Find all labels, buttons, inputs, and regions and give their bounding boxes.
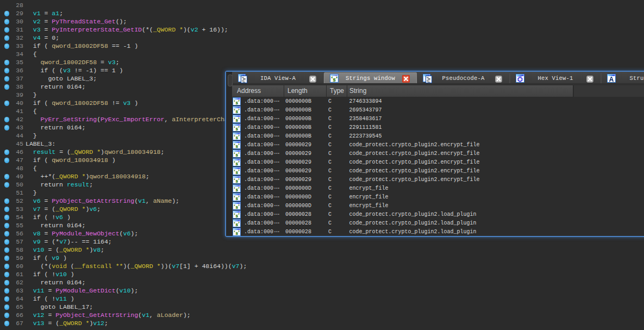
- breakpoint-icon[interactable]: [4, 84, 10, 90]
- code-line[interactable]: 30 v2 = PyThreadState_Get();: [0, 17, 644, 26]
- breakpoint-icon[interactable]: [4, 174, 10, 179]
- code-token: =: [97, 59, 108, 66]
- code-token: a1: [52, 10, 59, 17]
- breakpoint-icon[interactable]: [4, 198, 10, 204]
- code-line[interactable]: 62 return 0i64;: [0, 278, 644, 287]
- breakpoint-icon[interactable]: [4, 125, 10, 130]
- breakpoint-icon[interactable]: [4, 280, 10, 285]
- column-header-length[interactable]: Length: [284, 85, 327, 97]
- code-line[interactable]: 31 v3 = PyInterpreterState_GetID(*(_QWOR…: [0, 26, 644, 34]
- breakpoint-icon[interactable]: [4, 296, 10, 302]
- column-header-string[interactable]: String: [347, 85, 573, 97]
- tab-strings-window[interactable]: s ‘ ’ Strings window: [324, 72, 417, 83]
- breakpoint-icon[interactable]: [4, 321, 10, 326]
- line-number: 29: [0, 9, 24, 17]
- code-line[interactable]: 67 v13 = (_QWORD *)v12;: [0, 319, 644, 327]
- code-line[interactable]: 28: [0, 1, 644, 9]
- code-line[interactable]: 35 qword_18002DF58 = v3;: [0, 58, 644, 66]
- tab-hex-view-1[interactable]: Hex View-1: [510, 72, 601, 83]
- string-row[interactable]: s ‘ ’ .data:000···0000000BC2291111581: [232, 123, 644, 132]
- breakpoint-icon[interactable]: [4, 76, 10, 82]
- code-line[interactable]: 61 if ( !v10 ): [0, 270, 644, 278]
- breakpoint-icon[interactable]: [4, 247, 10, 253]
- breakpoint-icon[interactable]: [4, 101, 10, 106]
- code-line[interactable]: 58 v10 = (_QWORD *)v8;: [0, 246, 644, 254]
- breakpoint-icon[interactable]: [4, 35, 10, 41]
- breakpoint-icon[interactable]: [4, 19, 10, 24]
- breakpoint-icon[interactable]: [4, 239, 10, 245]
- string-item-icon: s ‘ ’: [233, 202, 241, 210]
- breakpoint-icon[interactable]: [4, 27, 10, 33]
- string-row[interactable]: s ‘ ’ .data:000···0000000BC2746333894: [232, 97, 644, 105]
- string-row[interactable]: s ‘ ’ .data:000···0000000BC2358483617: [232, 114, 644, 123]
- string-row[interactable]: s ‘ ’ .data:000···00000029Ccode_protect.…: [232, 158, 644, 166]
- tab-ida-view-a[interactable]: IDA View-A: [232, 72, 324, 83]
- code-line[interactable]: 59 if ( v9 ): [0, 254, 644, 262]
- code-line[interactable]: 63 v11 = PyModule_GetDict(v10);: [0, 287, 644, 295]
- string-row[interactable]: s ‘ ’ .data:000···00000028Ccode_protect.…: [232, 227, 644, 236]
- cell-length: 00000028: [284, 229, 327, 235]
- cell-length: 00000028: [284, 220, 327, 226]
- code-line[interactable]: 65 goto LABEL_17;: [0, 303, 644, 311]
- string-row[interactable]: s ‘ ’ .data:000···0000000DCencrypt_file: [232, 201, 644, 210]
- string-row[interactable]: s ‘ ’ .data:000···0000000DCencrypt_file: [232, 192, 644, 201]
- string-row[interactable]: s ‘ ’ .data:000···0000000DCencrypt_file: [232, 184, 644, 192]
- string-row[interactable]: s ‘ ’ .data:000···00000029Ccode_protect.…: [232, 166, 644, 175]
- code-line[interactable]: 66 v12 = PyObject_GetAttrString(v1, aLoa…: [0, 311, 644, 319]
- cell-length: 0000000D: [284, 203, 327, 209]
- breakpoint-icon[interactable]: [4, 117, 10, 122]
- breakpoint-icon[interactable]: [4, 158, 10, 163]
- breakpoint-icon[interactable]: [4, 68, 10, 73]
- code-line[interactable]: 33 if ( qword_18002DF58 == -1 ): [0, 42, 644, 50]
- close-icon[interactable]: [495, 74, 502, 82]
- code-token: PyThreadState_Get: [52, 18, 115, 25]
- code-line[interactable]: 60 (*(void (__fastcall **)(_QWORD *))(v7…: [0, 262, 644, 270]
- breakpoint-icon[interactable]: [4, 264, 10, 269]
- breakpoint-icon[interactable]: [4, 288, 10, 294]
- tab-pseudocode-a[interactable]: Pseudocode-A: [417, 72, 510, 83]
- string-row[interactable]: s ‘ ’ .data:000···0000000BC2223739545: [232, 132, 644, 140]
- close-icon[interactable]: [586, 74, 593, 82]
- code-line[interactable]: 34 {: [0, 50, 644, 58]
- line-number: 58: [0, 246, 24, 254]
- string-row[interactable]: s ‘ ’ .data:000···00000029Ccode_protect.…: [232, 149, 644, 158]
- close-icon[interactable]: [402, 74, 409, 82]
- breakpoint-icon[interactable]: [4, 11, 10, 16]
- code-token: );: [130, 287, 138, 294]
- string-row[interactable]: s ‘ ’ .data:000···00000028Ccode_protect.…: [232, 219, 644, 227]
- code-text: return 0i64;: [26, 221, 85, 229]
- line-number: 61: [0, 270, 24, 278]
- code-line[interactable]: 29 v1 = a1;: [0, 9, 644, 17]
- breakpoint-icon[interactable]: [4, 272, 10, 277]
- breakpoint-icon[interactable]: [4, 215, 10, 220]
- column-header-address[interactable]: Address: [232, 85, 284, 97]
- string-row[interactable]: s ‘ ’ .data:000···00000028Ccode_protect.…: [232, 210, 644, 219]
- string-row[interactable]: s ‘ ’ .data:000···00000029Ccode_protect.…: [232, 140, 644, 149]
- column-header-type[interactable]: Type: [327, 85, 347, 97]
- address-ellipsis: ···: [273, 168, 279, 174]
- breakpoint-icon[interactable]: [4, 304, 10, 310]
- breakpoint-icon[interactable]: [4, 256, 10, 261]
- breakpoint-icon[interactable]: [4, 231, 10, 236]
- code-line[interactable]: 57 v9 = (*v7)-- == 1i64;: [0, 238, 644, 246]
- code-text: if ( !v6 ): [26, 213, 71, 221]
- breakpoint-icon[interactable]: [4, 313, 10, 318]
- breakpoint-icon[interactable]: [4, 207, 10, 212]
- tab-structures[interactable]: Structures: [601, 72, 644, 83]
- svg-text:‘: ‘: [234, 195, 236, 201]
- string-item-icon: s ‘ ’: [233, 219, 241, 227]
- breakpoint-icon[interactable]: [4, 150, 10, 155]
- tab-label: Structures: [616, 75, 644, 82]
- close-icon[interactable]: [309, 74, 316, 82]
- code-line[interactable]: 64 if ( !v11 ): [0, 295, 644, 303]
- code-token: _QWORD: [59, 246, 82, 253]
- string-item-icon: s ‘ ’: [233, 184, 241, 192]
- breakpoint-icon[interactable]: [4, 60, 10, 65]
- string-row[interactable]: s ‘ ’ .data:000···0000000BC2695343797: [232, 105, 644, 114]
- code-line[interactable]: 32 v4 = 0;: [0, 34, 644, 42]
- breakpoint-icon[interactable]: [4, 223, 10, 228]
- breakpoint-icon[interactable]: [4, 43, 10, 49]
- code-token: [26, 116, 41, 123]
- string-row[interactable]: s ‘ ’ .data:000···00000029Ccode_protect.…: [232, 175, 644, 184]
- breakpoint-icon[interactable]: [4, 182, 10, 188]
